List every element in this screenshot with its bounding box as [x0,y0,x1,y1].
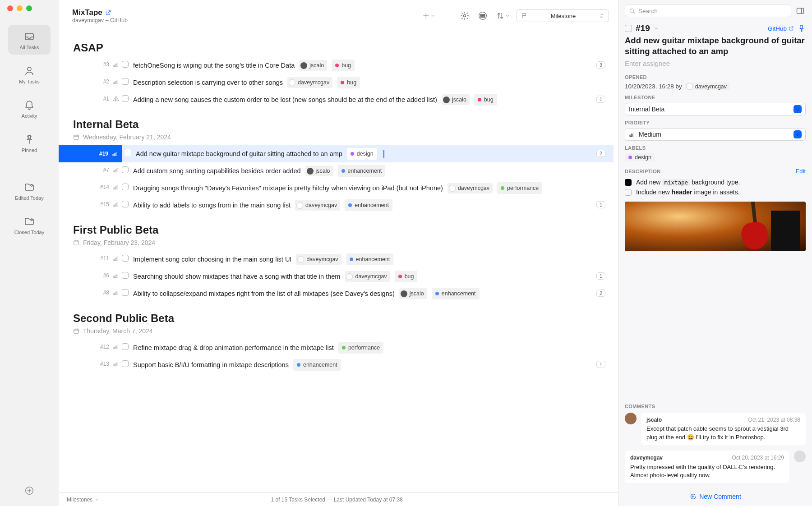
sidebar-pinned[interactable]: Pinned [8,128,51,157]
task-checkbox[interactable] [122,78,129,85]
task-row[interactable]: #13Support basic B/I/U formatting in mix… [59,356,614,373]
new-comment-button[interactable]: New Comment [689,493,741,500]
label-enhancement[interactable]: enhancement [432,288,480,299]
label-bug[interactable]: bug [332,60,355,71]
detail-labels[interactable]: design [625,153,806,161]
svg-rect-12 [117,63,118,67]
task-row[interactable]: #6Searching should show mixtapes that ha… [59,268,614,285]
opened-by-chip[interactable]: daveymcgav [685,83,730,90]
label-bug[interactable]: bug [337,77,360,88]
avatar [625,413,637,424]
sidebar-all-tasks[interactable]: All Tasks [8,25,51,55]
sidebar-add[interactable] [24,486,34,497]
chevron-down-icon[interactable] [654,26,659,31]
label-performance[interactable]: performance [338,342,383,354]
group-heading: Internal Beta [59,108,614,133]
filter-button[interactable] [476,9,489,23]
status-left[interactable]: Milestones [67,497,100,503]
task-checkbox[interactable] [122,360,129,367]
task-title: Ability to add labels to songs from in t… [133,200,291,210]
search-input[interactable]: Search [625,5,791,17]
task-row[interactable]: #3fetchOneSong is wiping out the song's … [59,57,614,74]
task-row[interactable]: #2Description selection is carrying over… [59,74,614,91]
svg-rect-32 [114,259,115,261]
external-link-icon[interactable] [105,9,111,16]
task-title: fetchOneSong is wiping out the song's ti… [133,60,295,70]
detail-assignee-input[interactable]: Enter assignee [625,60,806,67]
label-bug[interactable]: bug [474,94,497,106]
status-center: 1 of 15 Tasks Selected — Last Updated To… [100,497,574,503]
sidebar-closed-today[interactable]: Closed Today [8,210,51,239]
task-checkbox[interactable] [125,149,131,156]
grouping-selector[interactable]: Milestone [517,9,609,22]
pin-filled-icon[interactable] [798,24,806,32]
assignee-chip[interactable]: jscalo [299,60,327,71]
add-button[interactable] [422,9,435,23]
task-list[interactable]: ASAP#3fetchOneSong is wiping out the son… [59,27,618,492]
assignee-chip[interactable]: jscalo [442,94,470,105]
label-enhancement[interactable]: enhancement [338,165,386,177]
task-checkbox[interactable] [122,95,129,102]
detail-title: Add new guitar mixtape background of gui… [625,35,806,57]
detail-checkbox[interactable] [625,25,632,32]
task-row[interactable]: #12Refine mixtape drag & drop animation … [59,339,614,356]
zoom-window[interactable] [26,5,32,11]
svg-rect-43 [115,346,116,349]
lines-icon [478,11,487,20]
svg-rect-46 [115,363,116,366]
detail-pane: Search #19 GitHub Add new guitar mixtape… [618,0,812,506]
task-row[interactable]: #14Dragging songs through "Davey's Favor… [59,179,614,197]
sidebar-edited-today[interactable]: Edited Today [8,175,51,205]
sidebar-activity[interactable]: Activity [8,93,51,123]
assignee-chip[interactable]: jscalo [305,166,333,176]
svg-rect-33 [115,258,116,261]
panel-toggle[interactable] [795,5,806,16]
svg-rect-14 [115,81,116,84]
svg-rect-24 [117,169,118,172]
settings-button[interactable] [458,9,471,23]
label-bug[interactable]: bug [395,271,418,282]
label-enhancement[interactable]: enhancement [345,199,392,211]
task-checkbox[interactable] [122,272,129,279]
task-row[interactable]: #7Add custom song sorting capabilities b… [59,162,614,179]
label-enhancement[interactable]: enhancement [293,359,341,371]
task-checkbox[interactable] [122,289,129,296]
assignee-chip[interactable]: daveymcgav [448,183,493,193]
task-checkbox[interactable] [122,61,129,68]
assignee-chip[interactable]: jscalo [399,288,427,299]
label-design[interactable]: design [347,148,377,160]
task-row[interactable]: #19Add new guitar mixtape background of … [59,145,614,162]
assignee-chip[interactable]: daveymcgav [295,200,340,211]
label-enhancement[interactable]: enhancement [346,253,394,265]
task-checkbox[interactable] [122,201,129,207]
edit-description[interactable]: Edit [796,168,806,175]
task-checkbox[interactable] [122,184,129,190]
assignee-chip[interactable]: daveymcgav [296,254,341,265]
task-checkbox[interactable] [122,343,129,350]
desc-checkbox[interactable] [625,179,632,186]
task-row[interactable]: #1Adding a new song causes the custom or… [59,91,614,108]
minimize-window[interactable] [17,5,23,11]
task-row[interactable]: #15Ability to add labels to songs from i… [59,197,614,214]
svg-rect-52 [632,134,632,137]
svg-rect-26 [115,187,116,189]
github-link[interactable]: GitHub [768,25,794,32]
app-title: MixTape [72,8,102,17]
description-image[interactable] [625,202,806,251]
task-row[interactable]: #11Implement song color choosing in the … [59,251,614,268]
task-row[interactable]: #8Ability to collapse/expand mixtapes ri… [59,285,614,302]
task-checkbox[interactable] [122,166,129,173]
sidebar-my-tasks[interactable]: My Tasks [8,59,51,89]
desc-checkbox[interactable] [625,189,632,196]
label-design[interactable]: design [625,153,655,161]
milestone-select[interactable]: Internal Beta [625,103,806,115]
task-title: Ability to collapse/expand mixtapes righ… [133,289,395,299]
task-checkbox[interactable] [122,255,129,262]
assignee-chip[interactable]: daveymcgav [345,271,390,282]
close-window[interactable] [7,5,13,11]
assignee-chip[interactable]: daveymcgav [287,77,332,88]
sort-button[interactable] [494,9,512,23]
tray-icon [23,31,35,42]
label-performance[interactable]: performance [497,182,542,194]
priority-select[interactable]: Medium [625,128,806,141]
